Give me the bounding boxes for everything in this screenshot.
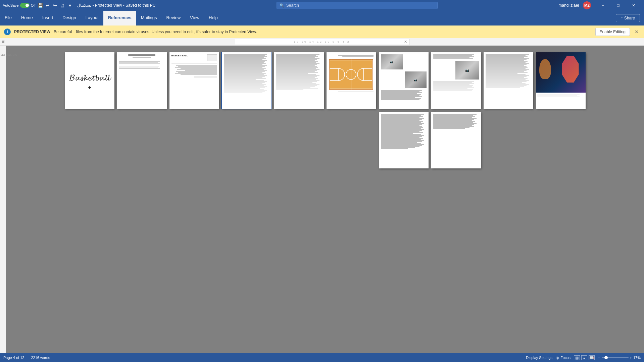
- page-thumb-3[interactable]: BASKET BALL: [169, 52, 219, 109]
- tab-references[interactable]: References: [103, 11, 136, 25]
- page8-lines-bot: [433, 82, 479, 91]
- ruler-marks: 18 16 14 12 10 8 6 4 2: [294, 40, 350, 43]
- zoom-slider[interactable]: [602, 357, 629, 358]
- page11-lines: [381, 114, 427, 149]
- page7-photo2: 📷: [405, 71, 427, 88]
- tab-design[interactable]: Design: [58, 11, 81, 25]
- print-icon[interactable]: 🖨: [60, 3, 65, 8]
- page-thumb-6[interactable]: [327, 52, 376, 109]
- autosave-label: AutoSave: [3, 3, 19, 7]
- page-8-content: 📷: [431, 52, 481, 109]
- page-thumb-1[interactable]: 𝓑𝓪𝓼𝓴𝓮𝓽𝓫𝓪𝓵𝓵: [65, 52, 114, 109]
- ruler-close[interactable]: ✕: [404, 40, 407, 44]
- save-icon[interactable]: 💾: [38, 3, 43, 8]
- page10-text: [536, 93, 586, 99]
- minimize-button[interactable]: −: [595, 0, 610, 11]
- focus-button[interactable]: ◎ Focus: [556, 356, 571, 360]
- quick-access-toolbar: 💾 ↩ ↪ 🖨 ▾: [38, 3, 72, 8]
- page-thumb-2[interactable]: [117, 52, 167, 109]
- page-thumb-11[interactable]: [379, 112, 429, 168]
- page-info: Page 4 of 12: [3, 356, 24, 360]
- zoom-thumb: [604, 356, 608, 359]
- page-4-content: [222, 52, 271, 109]
- search-box[interactable]: 🔍 Search: [277, 2, 438, 9]
- page12-lines: [433, 114, 479, 129]
- page7-photo1: 📷: [381, 54, 403, 69]
- maximize-button[interactable]: □: [610, 0, 626, 11]
- page-10-content: [536, 52, 586, 109]
- page-thumb-12[interactable]: [431, 112, 481, 168]
- page10-action-photo: [536, 52, 586, 93]
- page-7-content: 📷 📷: [379, 52, 429, 109]
- page-thumb-4[interactable]: [222, 52, 271, 109]
- tab-layout[interactable]: Layout: [81, 11, 103, 25]
- page-12-content: [431, 112, 481, 168]
- page-9-content: [484, 52, 533, 109]
- page-thumb-10[interactable]: [536, 52, 586, 109]
- share-icon: ↑: [621, 16, 623, 20]
- status-left: Page 4 of 12 2216 words: [3, 356, 50, 360]
- page-thumb-7[interactable]: 📷 📷: [379, 52, 429, 109]
- ruler-area: ⊞ 18 16 14 12 10 8 6 4 2 ✕: [0, 38, 644, 46]
- undo-icon[interactable]: ↩: [45, 3, 50, 8]
- display-settings-button[interactable]: Display Settings: [526, 356, 552, 360]
- page3-logo: [207, 54, 217, 61]
- tab-view[interactable]: View: [185, 11, 204, 25]
- titlebar-right: mahdi ziaei MZ − □ ✕: [558, 0, 641, 11]
- protected-label: PROTECTED VIEW: [14, 30, 50, 34]
- titlebar-center: 🔍 Search: [155, 2, 558, 9]
- page7-lines: [381, 90, 427, 100]
- zoom-level: 17%: [633, 356, 641, 360]
- word-count: 2216 words: [31, 356, 50, 360]
- user-avatar[interactable]: MZ: [583, 1, 591, 9]
- protected-icon: i: [4, 29, 11, 35]
- tab-file[interactable]: File: [0, 11, 16, 25]
- page-6-content: [327, 52, 376, 109]
- autosave-switch[interactable]: [20, 3, 30, 8]
- print-layout-icon[interactable]: ▦: [574, 355, 580, 360]
- ribbon: File Home Insert Design Layout Reference…: [0, 11, 644, 25]
- close-bar-button[interactable]: ✕: [633, 29, 640, 35]
- ruler: 18 16 14 12 10 8 6 4 2 ✕: [235, 39, 409, 45]
- more-icon[interactable]: ▾: [67, 3, 72, 8]
- document-title: بسکتبال - Protected View - Saved to this…: [77, 3, 155, 8]
- user-name: mahdi ziaei: [558, 3, 579, 8]
- autosave-state: Off: [31, 3, 36, 7]
- status-right: Display Settings ◎ Focus ▦ ≡ 📖 − + 17%: [526, 355, 641, 360]
- ruler-toggle-button[interactable]: ⊞: [0, 38, 6, 44]
- diamond-decoration: [88, 86, 91, 89]
- sidebar-numbers: 24681012141618202224: [0, 54, 17, 56]
- page-thumb-5[interactable]: [274, 52, 324, 109]
- zoom-out-button[interactable]: −: [598, 356, 600, 360]
- user-initials: MZ: [584, 3, 590, 7]
- web-layout-icon[interactable]: ≡: [581, 355, 587, 360]
- page-thumb-9[interactable]: [484, 52, 533, 109]
- close-button[interactable]: ✕: [626, 0, 641, 11]
- tab-insert[interactable]: Insert: [38, 11, 58, 25]
- ribbon-right: ↑ Share: [616, 11, 644, 25]
- search-icon: 🔍: [280, 3, 284, 8]
- titlebar-left: AutoSave Off 💾 ↩ ↪ 🖨 ▾ بسکتبال - Protect…: [3, 3, 155, 8]
- tab-mailings[interactable]: Mailings: [136, 11, 162, 25]
- document-area[interactable]: 𝓑𝓪𝓼𝓴𝓮𝓽𝓫𝓪𝓵𝓵: [6, 46, 644, 353]
- read-mode-icon[interactable]: 📖: [589, 355, 595, 360]
- tab-home[interactable]: Home: [16, 11, 38, 25]
- focus-icon: ◎: [556, 356, 559, 360]
- basketball-court-diagram: [329, 59, 373, 90]
- page8-photo: 📷: [455, 61, 479, 80]
- tab-help[interactable]: Help: [204, 11, 222, 25]
- autosave-toggle[interactable]: AutoSave Off: [3, 3, 36, 8]
- page-3-content: BASKET BALL: [169, 52, 219, 109]
- redo-icon[interactable]: ↪: [52, 3, 58, 8]
- search-label: Search: [286, 3, 299, 8]
- pages-row-2: [169, 112, 481, 168]
- page9-lines: [486, 54, 531, 88]
- tab-review[interactable]: Review: [161, 11, 185, 25]
- enable-editing-button[interactable]: Enable Editing: [595, 28, 630, 36]
- share-button[interactable]: ↑ Share: [616, 14, 640, 22]
- zoom-in-button[interactable]: +: [630, 356, 632, 360]
- main-content: 24681012141618202224 𝓑𝓪𝓼𝓴𝓮𝓽𝓫𝓪𝓵𝓵: [0, 46, 644, 353]
- page3-header: BASKET BALL: [171, 54, 188, 57]
- page-thumb-8[interactable]: 📷: [431, 52, 481, 109]
- page8-lines-top: [433, 54, 479, 59]
